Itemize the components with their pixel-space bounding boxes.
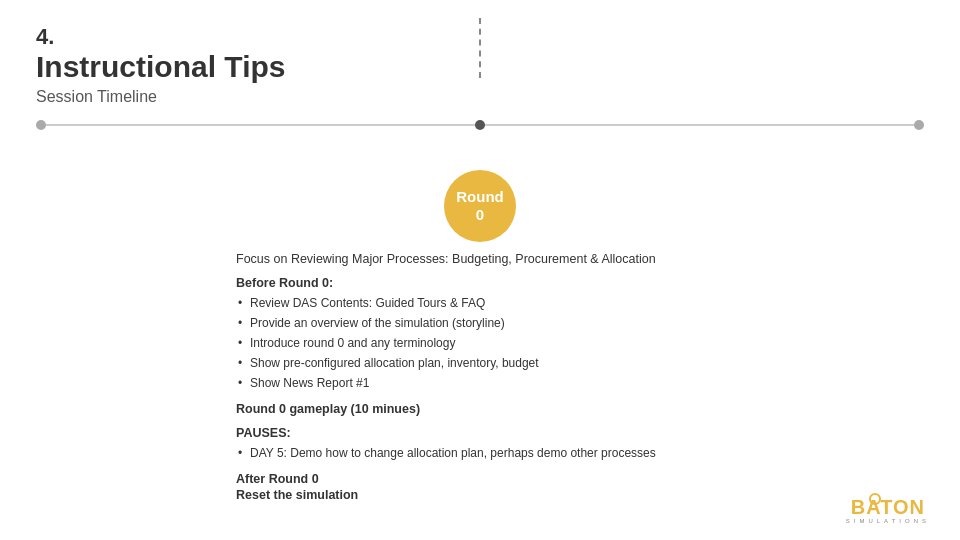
pauses-list: DAY 5: Demo how to change allocation pla…: [236, 444, 924, 462]
section-subtitle: Session Timeline: [36, 88, 924, 106]
round-bubble: Round 0: [444, 170, 516, 242]
after-heading: After Round 0: [236, 472, 924, 486]
timeline-bar: [36, 116, 924, 134]
before-bullet-list: Review DAS Contents: Guided Tours & FAQP…: [236, 294, 924, 392]
page-container: 4. Instructional Tips Session Timeline R…: [0, 0, 960, 540]
timeline-vertical-dashed: [479, 18, 481, 78]
baton-main-text: BATON: [851, 496, 925, 518]
timeline-dot-center: [475, 120, 485, 130]
round-label: Round: [456, 188, 503, 206]
list-item: Review DAS Contents: Guided Tours & FAQ: [236, 294, 924, 312]
list-item: Show News Report #1: [236, 374, 924, 392]
timeline-dot-left: [36, 120, 46, 130]
before-heading: Before Round 0:: [236, 276, 924, 290]
baton-logo: BATON SIMULATIONS: [846, 497, 930, 524]
baton-logo-group: BATON SIMULATIONS: [846, 497, 930, 524]
pauses-heading: PAUSES:: [236, 426, 924, 440]
list-item: Show pre-configured allocation plan, inv…: [236, 354, 924, 372]
timeline-dot-right: [914, 120, 924, 130]
round-bubble-wrapper: Round 0: [36, 170, 924, 242]
round-number: 0: [476, 206, 484, 224]
gameplay-text: Round 0 gameplay (10 minues): [236, 402, 924, 416]
content-area: Focus on Reviewing Major Processes: Budg…: [36, 252, 924, 502]
focus-text: Focus on Reviewing Major Processes: Budg…: [236, 252, 924, 266]
after-text: Reset the simulation: [236, 488, 924, 502]
list-item: Provide an overview of the simulation (s…: [236, 314, 924, 332]
baton-sub-text: SIMULATIONS: [846, 518, 930, 524]
list-item: Introduce round 0 and any terminology: [236, 334, 924, 352]
list-item: DAY 5: Demo how to change allocation pla…: [236, 444, 924, 462]
